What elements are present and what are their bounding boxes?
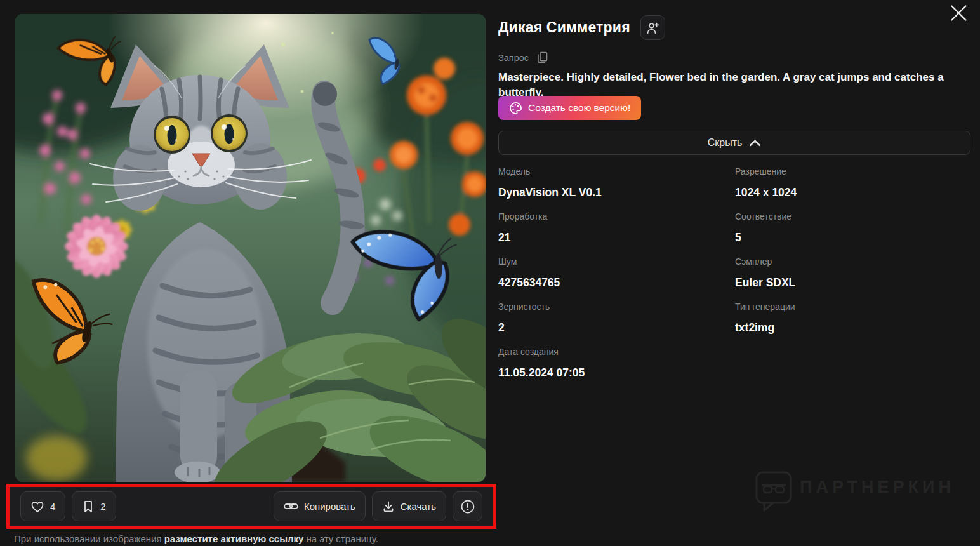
usage-note-suffix: на эту страницу.	[303, 533, 378, 544]
usage-note: При использовании изображения разместите…	[14, 533, 378, 544]
close-button[interactable]	[947, 1, 970, 24]
download-button[interactable]: Скачать	[372, 491, 446, 521]
bookmark-button[interactable]: 2	[72, 491, 116, 521]
watermark-text: ПАРТНЕРКИН	[800, 477, 955, 497]
like-count: 4	[50, 501, 55, 512]
page-title: Дикая Симметрия	[498, 19, 630, 36]
create-version-label: Создать свою версию!	[528, 102, 630, 114]
image-action-bar: 4 2 Копировать Скачать	[10, 487, 493, 526]
person-plus-icon	[646, 21, 659, 35]
bookmark-icon	[82, 500, 95, 514]
hide-details-button[interactable]: Скрыть	[498, 131, 970, 155]
param-seed: Шум 4275634765	[498, 256, 735, 302]
param-cfg: Соответствие 5	[735, 211, 970, 256]
link-icon	[284, 502, 298, 511]
prompt-label: Запрос	[498, 53, 529, 63]
palette-icon	[509, 102, 522, 115]
param-created-date: Дата создания 11.05.2024 07:05	[498, 347, 735, 392]
hide-details-label: Скрыть	[708, 137, 743, 149]
usage-note-prefix: При использовании изображения	[14, 533, 164, 544]
generation-params: Модель DynaVision XL V0.1 Разрешение 102…	[498, 166, 970, 392]
close-icon	[950, 4, 967, 22]
copy-icon[interactable]	[536, 50, 549, 65]
param-resolution: Разрешение 1024 x 1024	[735, 166, 970, 211]
generated-image[interactable]	[15, 14, 486, 482]
exclamation-circle-icon	[460, 499, 475, 514]
usage-note-link-text[interactable]: разместите активную ссылку	[164, 533, 304, 544]
download-label: Скачать	[401, 501, 436, 512]
like-button[interactable]: 4	[20, 491, 65, 521]
report-button[interactable]	[453, 491, 482, 521]
follow-author-button[interactable]	[640, 15, 665, 40]
param-model: Модель DynaVision XL V0.1	[498, 166, 735, 211]
details-panel: Дикая Симметрия Запрос Masterpiece. High…	[498, 0, 970, 546]
chevron-up-icon	[749, 140, 761, 147]
create-version-button[interactable]: Создать свою версию!	[498, 96, 641, 120]
param-steps: Проработка 21	[498, 211, 735, 256]
watermark-logo-icon	[754, 470, 793, 512]
param-grain: Зернистость 2	[498, 302, 735, 347]
param-sampler: Сэмплер Euler SDXL	[735, 256, 970, 302]
copy-link-button[interactable]: Копировать	[274, 491, 366, 521]
bookmark-count: 2	[100, 501, 105, 512]
copy-link-label: Копировать	[304, 501, 355, 512]
download-icon	[382, 500, 395, 513]
garden-cat-scene	[15, 14, 486, 482]
param-generation-type: Тип генерации txt2img	[735, 302, 970, 347]
heart-icon	[30, 500, 44, 514]
